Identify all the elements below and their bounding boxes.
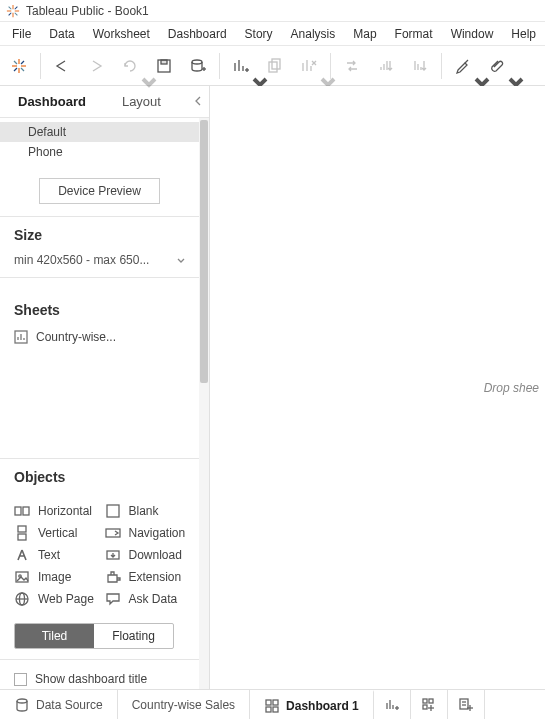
highlight-button[interactable] <box>446 50 480 82</box>
device-list: Default Phone <box>0 118 199 170</box>
svg-rect-59 <box>266 707 271 712</box>
svg-rect-17 <box>161 60 167 64</box>
menu-window[interactable]: Window <box>443 25 502 43</box>
data-source-tab[interactable]: Data Source <box>0 690 118 719</box>
sheet-label: Country-wise... <box>36 330 116 344</box>
object-ask-data[interactable]: Ask Data <box>105 591 190 607</box>
web-page-icon <box>14 591 30 607</box>
dashboard-icon <box>264 698 280 714</box>
horizontal-icon <box>14 503 30 519</box>
tab-dashboard[interactable]: Dashboard <box>0 86 104 118</box>
device-preview-button[interactable]: Device Preview <box>39 178 160 204</box>
svg-line-7 <box>9 12 12 15</box>
collapse-panel-button[interactable] <box>187 95 209 109</box>
menu-data[interactable]: Data <box>41 25 82 43</box>
object-blank[interactable]: Blank <box>105 503 190 519</box>
object-web-page[interactable]: Web Page <box>14 591 99 607</box>
device-phone[interactable]: Phone <box>0 142 199 162</box>
device-default[interactable]: Default <box>0 122 199 142</box>
panel-scrollbar[interactable] <box>199 118 209 689</box>
menu-file[interactable]: File <box>4 25 39 43</box>
menu-analysis[interactable]: Analysis <box>283 25 344 43</box>
menu-help[interactable]: Help <box>503 25 544 43</box>
svg-rect-57 <box>266 700 271 705</box>
toolbar <box>0 46 545 86</box>
sheet-item[interactable]: Country-wise... <box>0 326 199 348</box>
sort-desc-button[interactable] <box>403 50 437 82</box>
new-story-tab-button[interactable] <box>448 690 485 719</box>
show-title-label: Show dashboard title <box>35 672 147 686</box>
svg-rect-48 <box>18 534 26 540</box>
duplicate-button[interactable] <box>258 50 292 82</box>
new-worksheet-tab-button[interactable] <box>374 690 411 719</box>
sheets-section-title: Sheets <box>0 292 199 324</box>
sort-asc-button[interactable] <box>369 50 403 82</box>
ask-data-icon <box>105 591 121 607</box>
svg-rect-67 <box>429 699 433 703</box>
navigation-icon <box>105 525 121 541</box>
save-button[interactable] <box>147 50 181 82</box>
svg-rect-44 <box>15 507 21 515</box>
menu-map[interactable]: Map <box>345 25 384 43</box>
new-data-source-button[interactable] <box>181 50 215 82</box>
tile-float-toggle: Tiled Floating <box>14 623 174 649</box>
tiled-segment[interactable]: Tiled <box>15 624 94 648</box>
object-vertical[interactable]: Vertical <box>14 525 99 541</box>
show-title-checkbox[interactable] <box>14 673 27 686</box>
drop-hint: Drop shee <box>484 381 539 395</box>
new-worksheet-icon <box>384 697 400 713</box>
bottom-tab-bar: Data Source Country-wise Sales Dashboard… <box>0 689 545 719</box>
text-icon <box>14 547 30 563</box>
object-download[interactable]: Download <box>105 547 190 563</box>
floating-segment[interactable]: Floating <box>94 624 173 648</box>
new-worksheet-button[interactable] <box>224 50 258 82</box>
swap-button[interactable] <box>335 50 369 82</box>
menu-format[interactable]: Format <box>387 25 441 43</box>
left-panel: Dashboard Layout Default Phone Device Pr… <box>0 86 210 689</box>
svg-rect-26 <box>269 62 277 72</box>
blank-icon <box>105 503 121 519</box>
data-source-icon <box>14 697 30 713</box>
show-dashboard-title-row[interactable]: Show dashboard title <box>0 660 199 689</box>
image-icon <box>14 569 30 585</box>
object-image[interactable]: Image <box>14 569 99 585</box>
menu-dashboard[interactable]: Dashboard <box>160 25 235 43</box>
svg-rect-47 <box>18 526 26 532</box>
svg-line-4 <box>9 6 12 9</box>
svg-rect-60 <box>273 707 278 712</box>
object-text[interactable]: Text <box>14 547 99 563</box>
extension-icon <box>105 569 121 585</box>
dashboard-tab[interactable]: Dashboard 1 <box>250 690 374 719</box>
svg-rect-45 <box>23 507 29 515</box>
bar-chart-icon <box>14 330 28 344</box>
clear-button[interactable] <box>292 50 326 82</box>
object-extension[interactable]: Extension <box>105 569 190 585</box>
svg-line-15 <box>14 68 17 71</box>
svg-rect-46 <box>107 505 119 517</box>
scrollbar-thumb[interactable] <box>200 120 208 383</box>
menu-worksheet[interactable]: Worksheet <box>85 25 158 43</box>
size-value: min 420x560 - max 650... <box>14 253 149 267</box>
new-story-icon <box>458 697 474 713</box>
svg-rect-27 <box>272 59 280 69</box>
svg-line-13 <box>21 68 24 71</box>
panel-scroll-area: Default Phone Device Preview Size min 42… <box>0 118 209 689</box>
undo-button[interactable] <box>45 50 79 82</box>
svg-line-5 <box>15 12 18 15</box>
object-horizontal[interactable]: Horizontal <box>14 503 99 519</box>
vertical-icon <box>14 525 30 541</box>
object-navigation[interactable]: Navigation <box>105 525 190 541</box>
size-dropdown[interactable]: min 420x560 - max 650... <box>0 249 199 277</box>
menu-story[interactable]: Story <box>237 25 281 43</box>
dashboard-canvas[interactable]: Drop shee <box>210 86 545 689</box>
revert-button[interactable] <box>113 50 147 82</box>
new-dashboard-tab-button[interactable] <box>411 690 448 719</box>
svg-point-56 <box>17 699 27 703</box>
tableau-start-button[interactable] <box>2 50 36 82</box>
attach-button[interactable] <box>480 50 514 82</box>
menu-bar: File Data Worksheet Dashboard Story Anal… <box>0 22 545 46</box>
redo-button[interactable] <box>79 50 113 82</box>
sheet-tab[interactable]: Country-wise Sales <box>118 690 250 719</box>
svg-rect-68 <box>423 705 427 709</box>
window-title: Tableau Public - Book1 <box>26 4 149 18</box>
